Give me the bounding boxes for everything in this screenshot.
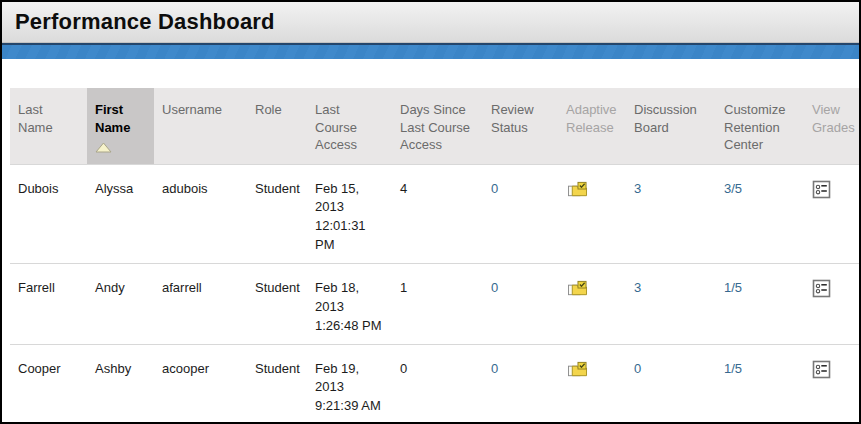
folder-check-icon[interactable] xyxy=(566,279,618,298)
table-row: Farrell Andy afarrell Student Feb 18, 20… xyxy=(10,264,861,345)
table-row: Dubois Alyssa adubois Student Feb 15, 20… xyxy=(10,164,861,263)
customize-retention-center-cell: 1/5 xyxy=(716,264,804,345)
discussion-board-cell: 3 xyxy=(626,264,716,345)
column-header-discussion-board[interactable]: Discussion Board xyxy=(626,88,716,164)
column-header-label: Adaptive Release xyxy=(566,102,617,135)
column-header-adaptive-release: Adaptive Release xyxy=(558,88,626,164)
column-header-customize-retention-center[interactable]: Customize Retention Center xyxy=(716,88,804,164)
role-cell: Student xyxy=(247,164,307,263)
days-since-last-course-access-cell: 1 xyxy=(392,264,483,345)
view-grades-cell xyxy=(804,164,861,263)
role-cell: Student xyxy=(247,264,307,345)
discussion-board-link[interactable]: 0 xyxy=(634,361,641,376)
last-course-access-cell: Feb 18, 2013 1:26:48 PM xyxy=(307,264,392,345)
last-course-access-cell: Feb 19, 2013 9:21:39 AM xyxy=(307,344,392,424)
adaptive-release-cell xyxy=(558,264,626,345)
folder-check-icon[interactable] xyxy=(566,360,618,379)
table-row: Cooper Ashby acooper Student Feb 19, 201… xyxy=(10,344,861,424)
review-status-cell: 0 xyxy=(483,164,558,263)
username-cell: afarrell xyxy=(154,264,247,345)
view-grades-cell xyxy=(804,264,861,345)
customize-retention-center-link[interactable]: 1/5 xyxy=(724,361,742,376)
column-header-label: Days Since Last Course Access xyxy=(400,102,470,152)
folder-check-icon[interactable] xyxy=(566,180,618,199)
customize-retention-center-link[interactable]: 1/5 xyxy=(724,280,742,295)
discussion-board-cell: 3 xyxy=(626,164,716,263)
column-header-label: First Name xyxy=(95,102,130,135)
adaptive-release-cell xyxy=(558,164,626,263)
review-status-link[interactable]: 0 xyxy=(491,361,498,376)
last-name-cell: Dubois xyxy=(10,164,87,263)
column-header-label: Role xyxy=(255,102,282,117)
adaptive-release-cell xyxy=(558,344,626,424)
grade-list-icon[interactable] xyxy=(812,180,861,199)
days-since-last-course-access-cell: 0 xyxy=(392,344,483,424)
review-status-link[interactable]: 0 xyxy=(491,280,498,295)
days-since-last-course-access-cell: 4 xyxy=(392,164,483,263)
performance-table: Last Name First Name Username Role xyxy=(10,88,861,424)
accent-bar xyxy=(2,43,859,59)
role-cell: Student xyxy=(247,344,307,424)
first-name-cell: Alyssa xyxy=(87,164,154,263)
last-course-access-cell: Feb 15, 2013 12:01:31 PM xyxy=(307,164,392,263)
discussion-board-link[interactable]: 3 xyxy=(634,280,641,295)
title-bar: Performance Dashboard xyxy=(2,2,859,43)
sort-ascending-icon xyxy=(95,140,146,158)
review-status-link[interactable]: 0 xyxy=(491,181,498,196)
column-header-label: Last Name xyxy=(18,102,53,135)
column-header-username[interactable]: Username xyxy=(154,88,247,164)
discussion-board-cell: 0 xyxy=(626,344,716,424)
username-cell: adubois xyxy=(154,164,247,263)
column-header-label: View Grades xyxy=(812,102,855,135)
column-header-last-name[interactable]: Last Name xyxy=(10,88,87,164)
last-name-cell: Farrell xyxy=(10,264,87,345)
review-status-cell: 0 xyxy=(483,344,558,424)
column-header-label: Review Status xyxy=(491,102,534,135)
column-header-view-grades: View Grades xyxy=(804,88,861,164)
column-header-first-name[interactable]: First Name xyxy=(87,88,154,164)
header-row: Last Name First Name Username Role xyxy=(10,88,861,164)
performance-dashboard-window: Performance Dashboard Last Name First Na… xyxy=(0,0,861,424)
column-header-review-status[interactable]: Review Status xyxy=(483,88,558,164)
customize-retention-center-link[interactable]: 3/5 xyxy=(724,181,742,196)
first-name-cell: Ashby xyxy=(87,344,154,424)
last-name-cell: Cooper xyxy=(10,344,87,424)
column-header-days-since-last-course-access[interactable]: Days Since Last Course Access xyxy=(392,88,483,164)
column-header-last-course-access[interactable]: Last Course Access xyxy=(307,88,392,164)
page-title: Performance Dashboard xyxy=(15,9,275,35)
view-grades-cell xyxy=(804,344,861,424)
column-header-label: Last Course Access xyxy=(315,102,357,152)
column-header-label: Customize Retention Center xyxy=(724,102,785,152)
grade-list-icon[interactable] xyxy=(812,360,861,379)
customize-retention-center-cell: 1/5 xyxy=(716,344,804,424)
first-name-cell: Andy xyxy=(87,264,154,345)
review-status-cell: 0 xyxy=(483,264,558,345)
username-cell: acooper xyxy=(154,344,247,424)
customize-retention-center-cell: 3/5 xyxy=(716,164,804,263)
content-area: Last Name First Name Username Role xyxy=(2,59,859,424)
column-header-label: Username xyxy=(162,102,222,117)
grade-list-icon[interactable] xyxy=(812,279,861,298)
column-header-label: Discussion Board xyxy=(634,102,697,135)
discussion-board-link[interactable]: 3 xyxy=(634,181,641,196)
column-header-role[interactable]: Role xyxy=(247,88,307,164)
